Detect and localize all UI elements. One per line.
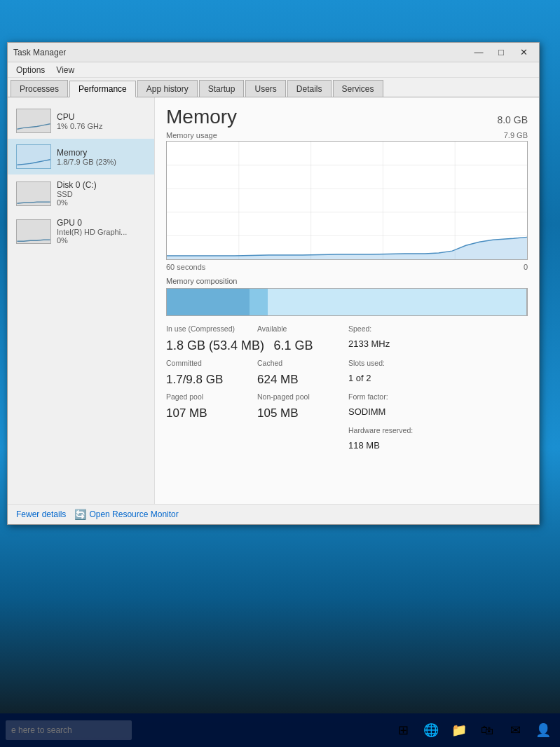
chart-footer-row: 60 seconds 0 <box>166 263 528 271</box>
footer-bar: Fewer details 🔄 Open Resource Monitor <box>8 504 539 524</box>
tab-startup[interactable]: Startup <box>199 80 245 97</box>
disk-detail2: 0% <box>57 198 146 207</box>
stats-grid: In use (Compressed) Available Speed: 1.8… <box>166 324 528 451</box>
memory-label: Memory <box>57 148 146 158</box>
memory-mini-chart <box>16 144 51 169</box>
form-factor-label: Form factor: <box>348 392 437 401</box>
taskbar-icons: ⊞ 🌐 📁 🛍 ✉ 👤 <box>392 719 554 741</box>
memory-usage-label: Memory usage <box>166 131 217 139</box>
hw-reserved-value-block: 118 MB <box>348 440 437 451</box>
gpu-detail2: 0% <box>57 236 146 245</box>
tab-details[interactable]: Details <box>287 80 332 97</box>
minimize-button[interactable]: — <box>469 46 489 60</box>
speed-value: 2133 MHz <box>348 338 390 349</box>
disk-detail1: SSD <box>57 190 146 198</box>
sidebar-item-gpu[interactable]: GPU 0 Intel(R) HD Graphi... 0% <box>8 212 154 250</box>
memory-title: Memory <box>166 106 237 128</box>
window-controls: — □ ✕ <box>469 46 533 60</box>
available-label: Available <box>257 324 346 333</box>
taskbar-store-icon[interactable]: 🛍 <box>476 719 498 741</box>
tab-bar: Processes Performance App history Startu… <box>8 78 539 97</box>
non-paged-pool-value-block: 105 MB <box>257 406 346 420</box>
available-block-label: Available <box>257 324 346 333</box>
non-paged-pool-value: 105 MB <box>257 406 299 420</box>
taskbar-user-icon[interactable]: 👤 <box>532 719 554 741</box>
cached-label: Cached <box>257 359 346 367</box>
chart-x-label: 60 seconds <box>166 263 205 271</box>
slots-label: Slots used: <box>348 359 437 367</box>
non-paged-pool-label-block: Non-paged pool <box>257 392 346 401</box>
cached-value-block: 624 MB <box>257 373 346 387</box>
open-resource-monitor-link[interactable]: Open Resource Monitor <box>89 509 178 519</box>
memory-total: 8.0 GB <box>497 114 528 125</box>
cpu-label: CPU <box>57 112 146 122</box>
form-factor-label-block: Form factor: <box>348 392 437 401</box>
in-use-available-row: 1.8 GB (53.4 MB) 6.1 GB <box>166 338 346 353</box>
slots-value: 1 of 2 <box>348 373 371 383</box>
comp-standby <box>268 289 527 315</box>
tab-services[interactable]: Services <box>333 80 383 97</box>
composition-chart <box>166 288 528 316</box>
committed-label: Committed <box>166 359 254 367</box>
hw-reserved-value: 118 MB <box>348 440 380 451</box>
task-manager-window: Task Manager — □ ✕ Options View Processe… <box>7 42 540 525</box>
title-bar: Task Manager — □ ✕ <box>8 43 539 62</box>
non-paged-pool-label: Non-paged pool <box>257 392 346 401</box>
comp-modified <box>250 289 268 315</box>
in-use-value: 1.8 GB (53.4 MB) <box>166 338 264 352</box>
disk-label: Disk 0 (C:) <box>57 180 146 190</box>
menu-options[interactable]: Options <box>11 64 50 76</box>
window-title: Task Manager <box>13 48 66 57</box>
resource-monitor-icon: 🔄 <box>74 509 86 520</box>
memory-usage-chart <box>166 141 528 260</box>
chart-label-row: Memory usage 7.9 GB <box>166 131 528 139</box>
taskbar-task-view-icon[interactable]: ⊞ <box>392 719 414 741</box>
gpu-mini-chart <box>16 219 51 244</box>
committed-label-block: Committed <box>166 359 254 367</box>
cpu-mini-chart <box>16 109 51 133</box>
sidebar-item-disk[interactable]: Disk 0 (C:) SSD 0% <box>8 174 154 212</box>
comp-in-use <box>167 289 250 315</box>
cpu-detail: 1% 0.76 GHz <box>57 122 146 130</box>
fewer-details-link[interactable]: Fewer details <box>16 509 66 519</box>
gpu-detail1: Intel(R) HD Graphi... <box>57 228 146 236</box>
tab-users[interactable]: Users <box>245 80 285 97</box>
available-value: 6.1 GB <box>273 338 313 352</box>
tab-processes[interactable]: Processes <box>11 80 68 97</box>
taskbar-explorer-icon[interactable]: 📁 <box>448 719 470 741</box>
resource-monitor-container: 🔄 Open Resource Monitor <box>74 509 178 520</box>
taskbar: ⊞ 🌐 📁 🛍 ✉ 👤 <box>0 713 560 747</box>
paged-pool-label: Paged pool <box>166 392 254 401</box>
hw-reserved-label: Hardware reserved: <box>348 426 437 434</box>
chart-x-min: 0 <box>524 263 528 271</box>
menu-view[interactable]: View <box>50 64 80 76</box>
hw-reserved-label-block: Hardware reserved: <box>348 426 437 434</box>
svg-marker-8 <box>167 237 527 259</box>
content-area: CPU 1% 0.76 GHz Memory 1.8/7.9 GB (23%) <box>8 97 539 504</box>
taskbar-edge-icon[interactable]: 🌐 <box>420 719 442 741</box>
speed-value-block: 2133 MHz <box>348 338 437 353</box>
taskbar-mail-icon[interactable]: ✉ <box>504 719 526 741</box>
committed-value-block: 1.7/9.8 GB <box>166 373 254 387</box>
disk-mini-chart <box>16 181 51 206</box>
composition-label: Memory composition <box>166 277 528 285</box>
menu-bar: Options View <box>8 62 539 78</box>
taskbar-search-input[interactable] <box>6 720 132 740</box>
paged-pool-label-block: Paged pool <box>166 392 254 401</box>
sidebar-item-memory[interactable]: Memory 1.8/7.9 GB (23%) <box>8 139 154 174</box>
memory-y-max: 7.9 GB <box>504 131 528 139</box>
in-use-block: In use (Compressed) <box>166 324 254 333</box>
paged-pool-value: 107 MB <box>166 406 207 420</box>
tab-performance[interactable]: Performance <box>69 81 136 97</box>
gpu-label: GPU 0 <box>57 218 146 228</box>
slots-value-block: 1 of 2 <box>348 373 437 387</box>
form-factor-value: SODIMM <box>348 406 385 417</box>
sidebar-item-cpu[interactable]: CPU 1% 0.76 GHz <box>8 103 154 139</box>
tab-app-history[interactable]: App history <box>137 80 198 97</box>
form-factor-value-block: SODIMM <box>348 406 437 420</box>
main-content: Memory 8.0 GB Memory usage 7.9 GB <box>155 97 539 504</box>
close-button[interactable]: ✕ <box>514 46 533 60</box>
in-use-label: In use (Compressed) <box>166 324 254 333</box>
cached-value: 624 MB <box>257 373 299 386</box>
maximize-button[interactable]: □ <box>491 46 511 60</box>
